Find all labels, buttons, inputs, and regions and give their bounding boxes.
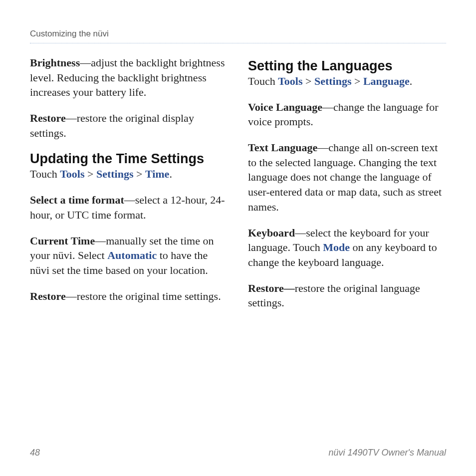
page-footer: 48 nüvi 1490TV Owner's Manual xyxy=(30,448,446,458)
nav-path-time: Touch Tools > Settings > Time. xyxy=(30,167,228,182)
page-number: 48 xyxy=(30,448,40,458)
restore-display-label: Restore xyxy=(30,112,66,124)
nav-language: Language xyxy=(363,75,410,87)
voice-language-para: Voice Language—change the language for v… xyxy=(248,100,446,129)
page-header: Customizing the nüvi xyxy=(30,29,446,39)
current-time-label: Current Time xyxy=(30,235,95,247)
restore-language-para: Restore—restore the original language se… xyxy=(248,281,446,310)
text-language-label: Text Language xyxy=(248,141,317,154)
restore-language-label: Restore— xyxy=(248,282,295,294)
nav-prefix: Touch xyxy=(248,75,278,87)
restore-time-text: —restore the original time settings. xyxy=(66,290,221,302)
nav-sep: > xyxy=(133,168,145,180)
current-time-para: Current Time—manually set the time on yo… xyxy=(30,234,228,278)
restore-display-para: Restore—restore the original display set… xyxy=(30,111,228,140)
nav-sep: > xyxy=(85,168,96,180)
header-rule xyxy=(30,43,446,43)
time-format-label: Select a time format xyxy=(30,194,124,206)
brightness-para: Brightness—adjust the backlight brightne… xyxy=(30,55,228,100)
nav-time: Time xyxy=(145,168,169,180)
nav-sep: > xyxy=(303,75,314,87)
nav-prefix: Touch xyxy=(30,168,60,180)
nav-tools: Tools xyxy=(60,168,84,180)
keyboard-para: Keyboard—select the keyboard for your la… xyxy=(248,226,446,270)
left-column: Brightness—adjust the backlight brightne… xyxy=(30,55,228,321)
restore-time-para: Restore—restore the original time settin… xyxy=(30,289,228,304)
nav-suffix: . xyxy=(169,168,172,180)
nav-path-language: Touch Tools > Settings > Language. xyxy=(248,74,446,89)
breadcrumb: Customizing the nüvi xyxy=(30,29,109,38)
nav-settings: Settings xyxy=(96,168,134,180)
content-columns: Brightness—adjust the backlight brightne… xyxy=(30,55,446,321)
nav-settings: Settings xyxy=(314,75,352,87)
nav-suffix: . xyxy=(410,75,413,87)
nav-sep: > xyxy=(351,75,363,87)
voice-language-label: Voice Language xyxy=(248,101,322,113)
heading-time-settings: Updating the Time Settings xyxy=(30,151,228,167)
time-format-para: Select a time format—select a 12-hour, 2… xyxy=(30,193,228,222)
right-column: Setting the Languages Touch Tools > Sett… xyxy=(248,55,446,321)
restore-time-label: Restore xyxy=(30,290,66,302)
brightness-label: Brightness xyxy=(30,56,80,69)
manual-title: nüvi 1490TV Owner's Manual xyxy=(328,448,446,458)
keyboard-label: Keyboard xyxy=(248,227,295,239)
heading-languages: Setting the Languages xyxy=(248,58,446,74)
nav-tools: Tools xyxy=(278,75,302,87)
mode-link: Mode xyxy=(323,241,350,253)
automatic-link: Automatic xyxy=(107,249,157,261)
text-language-para: Text Language—change all on-screen text … xyxy=(248,140,446,214)
